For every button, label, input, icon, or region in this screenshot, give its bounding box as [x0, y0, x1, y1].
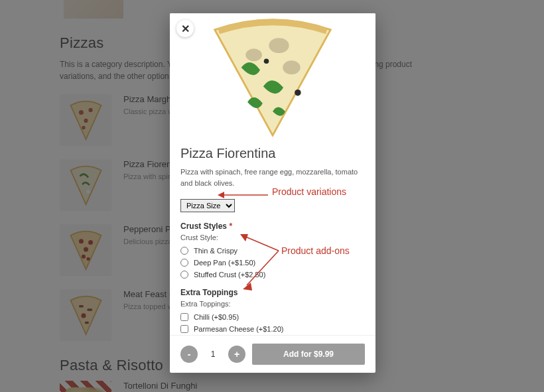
quantity-decrease-button[interactable]: -	[180, 346, 198, 363]
topping-option-label: Chilli (+$0.95)	[194, 313, 239, 321]
close-icon: ✕	[181, 23, 190, 35]
topping-checkbox[interactable]	[180, 325, 188, 333]
topping-option-chilli[interactable]: Chilli (+$0.95)	[180, 313, 365, 321]
topping-checkbox[interactable]	[180, 313, 188, 321]
crust-option-stuffed[interactable]: Stuffed Crust (+$2.50)	[180, 271, 365, 279]
crust-radio[interactable]	[180, 259, 188, 267]
close-button[interactable]: ✕	[176, 20, 194, 37]
crust-radio[interactable]	[180, 271, 188, 279]
product-title: Pizza Fiorentina	[180, 146, 365, 161]
crust-style-label: Crust Style:	[180, 233, 365, 241]
svg-point-18	[264, 59, 269, 64]
annotation-label-addons: Product add-ons	[281, 245, 350, 256]
quantity-increase-button[interactable]: +	[228, 346, 245, 363]
plus-icon: +	[234, 349, 239, 359]
crust-styles-heading: Crust Styles *	[180, 222, 365, 231]
svg-point-17	[295, 90, 301, 96]
extra-toppings-label: Extra Toppings:	[180, 300, 365, 308]
product-description: Pizza with spinach, free range egg, mozz…	[180, 166, 365, 188]
pizza-size-select[interactable]: Pizza Size	[180, 199, 235, 212]
crust-option-label: Stuffed Crust (+$2.50)	[194, 271, 265, 279]
topping-option-parmesan[interactable]: Parmesan Cheese (+$1.20)	[180, 325, 365, 333]
add-to-cart-button[interactable]: Add for $9.99	[252, 344, 365, 365]
svg-point-15	[245, 48, 262, 61]
crust-option-label: Thin & Crispy	[194, 247, 238, 255]
svg-point-16	[283, 60, 301, 74]
crust-option-label: Deep Pan (+$1.50)	[194, 259, 255, 267]
product-hero-image	[170, 13, 375, 137]
required-indicator: *	[229, 222, 232, 231]
quantity-value: 1	[204, 350, 222, 359]
crust-radio[interactable]	[180, 247, 188, 255]
crust-option-deep-pan[interactable]: Deep Pan (+$1.50)	[180, 259, 365, 267]
topping-option-label: Parmesan Cheese (+$1.20)	[194, 325, 283, 333]
annotation-label-variations: Product variations	[272, 186, 346, 197]
extra-toppings-heading: Extra Toppings	[180, 288, 365, 297]
minus-icon: -	[188, 349, 191, 359]
svg-point-14	[269, 38, 289, 53]
